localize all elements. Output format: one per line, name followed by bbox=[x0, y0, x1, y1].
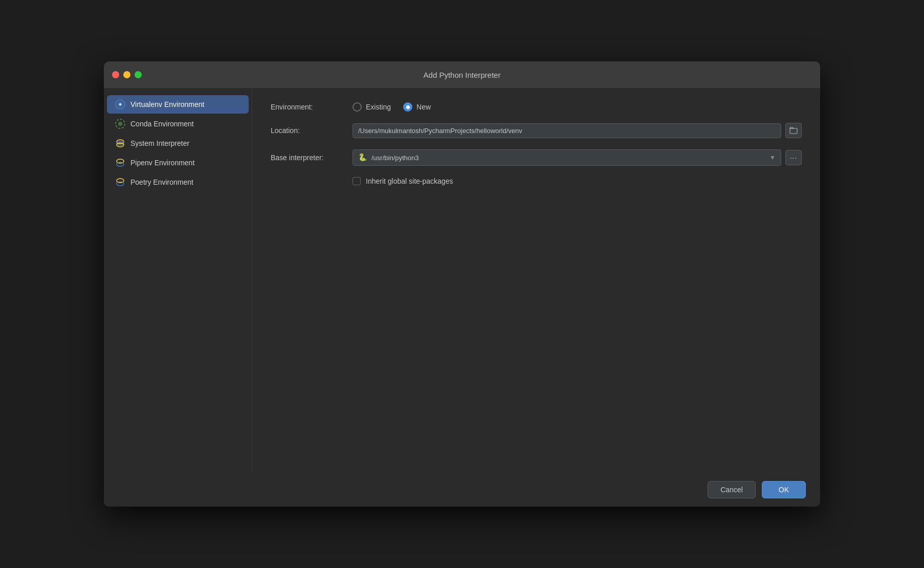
environment-label: Environment: bbox=[271, 103, 353, 111]
svg-point-2 bbox=[119, 103, 121, 105]
cancel-button[interactable]: Cancel bbox=[708, 481, 756, 498]
environment-row: Environment: Existing New bbox=[271, 102, 802, 112]
sidebar: Virtualenv Environment Conda Environment bbox=[104, 88, 252, 473]
dialog: Add Python Interpreter Virtualenv Enviro… bbox=[104, 61, 820, 507]
location-input[interactable] bbox=[353, 123, 781, 138]
title-bar: Add Python Interpreter bbox=[104, 61, 820, 88]
chevron-down-icon: ▼ bbox=[769, 154, 776, 161]
inherit-checkbox-row: Inherit global site-packages bbox=[353, 177, 802, 185]
pipenv-icon bbox=[115, 158, 125, 168]
radio-group-environment: Existing New bbox=[353, 102, 431, 112]
base-interpreter-label: Base interpreter: bbox=[271, 154, 353, 162]
interpreter-select[interactable]: 🐍 /usr/bin/python3 ▼ bbox=[353, 149, 781, 166]
window-controls bbox=[112, 71, 142, 78]
sidebar-item-conda[interactable]: Conda Environment bbox=[107, 115, 249, 133]
sidebar-item-virtualenv[interactable]: Virtualenv Environment bbox=[107, 95, 249, 114]
main-content: Environment: Existing New Location: bbox=[252, 88, 820, 473]
system-icon bbox=[115, 138, 125, 148]
base-interpreter-row: Base interpreter: 🐍 /usr/bin/python3 ▼ ·… bbox=[271, 149, 802, 166]
dialog-title: Add Python Interpreter bbox=[424, 71, 501, 79]
close-button[interactable] bbox=[112, 71, 119, 78]
maximize-button[interactable] bbox=[135, 71, 142, 78]
radio-existing-label: Existing bbox=[366, 103, 391, 111]
virtualenv-icon bbox=[115, 99, 125, 110]
radio-new[interactable]: New bbox=[403, 102, 431, 112]
ok-button[interactable]: OK bbox=[762, 481, 806, 498]
minimize-button[interactable] bbox=[123, 71, 130, 78]
sidebar-item-system[interactable]: System Interpreter bbox=[107, 134, 249, 152]
radio-existing[interactable]: Existing bbox=[353, 102, 391, 112]
folder-browse-button[interactable] bbox=[785, 123, 802, 138]
interpreter-wrapper: 🐍 /usr/bin/python3 ▼ ··· bbox=[353, 149, 802, 166]
interpreter-value: /usr/bin/python3 bbox=[371, 154, 419, 162]
sidebar-label-conda: Conda Environment bbox=[130, 120, 194, 128]
sidebar-label-virtualenv: Virtualenv Environment bbox=[130, 100, 204, 108]
python-icon: 🐍 bbox=[358, 153, 367, 162]
spacer bbox=[271, 185, 802, 458]
dots-icon: ··· bbox=[790, 154, 798, 162]
location-label: Location: bbox=[271, 126, 353, 135]
interpreter-select-left: 🐍 /usr/bin/python3 bbox=[358, 153, 419, 162]
dialog-body: Virtualenv Environment Conda Environment bbox=[104, 88, 820, 473]
inherit-label: Inherit global site-packages bbox=[366, 177, 453, 185]
svg-point-4 bbox=[118, 122, 122, 126]
sidebar-label-poetry: Poetry Environment bbox=[130, 178, 193, 186]
sidebar-item-poetry[interactable]: Poetry Environment bbox=[107, 173, 249, 191]
poetry-icon bbox=[115, 177, 125, 187]
interpreter-more-button[interactable]: ··· bbox=[785, 150, 802, 165]
sidebar-label-system: System Interpreter bbox=[130, 139, 189, 147]
radio-existing-circle[interactable] bbox=[353, 102, 362, 112]
conda-icon bbox=[115, 119, 125, 129]
location-input-wrapper bbox=[353, 123, 802, 138]
inherit-checkbox[interactable] bbox=[353, 177, 361, 185]
sidebar-item-pipenv[interactable]: Pipenv Environment bbox=[107, 154, 249, 172]
radio-new-circle[interactable] bbox=[403, 102, 412, 112]
radio-new-label: New bbox=[416, 103, 431, 111]
location-row: Location: bbox=[271, 123, 802, 138]
svg-point-11 bbox=[117, 182, 124, 186]
dialog-footer: Cancel OK bbox=[104, 473, 820, 507]
sidebar-label-pipenv: Pipenv Environment bbox=[130, 159, 194, 167]
svg-point-9 bbox=[117, 162, 124, 166]
